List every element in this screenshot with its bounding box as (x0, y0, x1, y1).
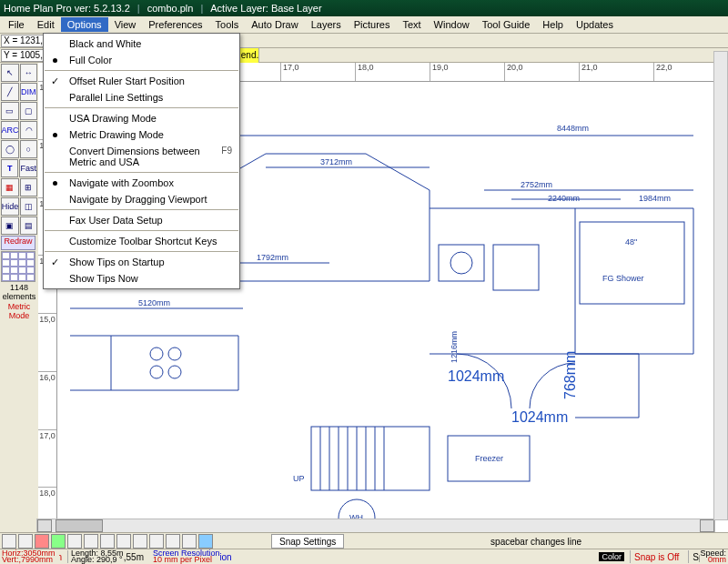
radio-dot-icon (53, 133, 57, 137)
menu-separator (45, 172, 238, 173)
menu-tool-guide[interactable]: Tool Guide (476, 17, 537, 32)
scroll-thumb[interactable] (56, 519, 103, 532)
ruler-tick: 16,0 (38, 371, 56, 429)
svg-point-3 (168, 366, 181, 378)
menu-item-full-color[interactable]: Full Color (44, 52, 239, 68)
bb-icon[interactable] (2, 534, 16, 549)
dim-1216: 1216mm (450, 331, 459, 363)
title-bar: Home Plan Pro ver: 5.2.13.2 | combo.pln … (0, 0, 728, 16)
menu-item-usa-drawing-mode[interactable]: USA Drawing Mode (44, 110, 239, 126)
status-snap: Snap is Off (634, 552, 679, 562)
file-name: combo.pln (147, 3, 194, 14)
scroll-left-arrow[interactable] (37, 519, 52, 532)
element-count: 1148 elements (1, 283, 37, 301)
box-tool[interactable]: ▢ (20, 102, 38, 120)
hide-tool[interactable]: Hide (1, 197, 19, 216)
check-icon: ✓ (51, 76, 59, 87)
status-angle: Angle: 290,9 ° (71, 557, 124, 563)
bb-icon[interactable] (166, 534, 180, 549)
bb-icon[interactable] (51, 534, 66, 549)
menu-item-offset-ruler-start-position[interactable]: Offset Ruler Start Position✓ (44, 73, 239, 89)
menu-item-metric-drawing-mode[interactable]: Metric Drawing Mode (44, 126, 239, 143)
bb-icon[interactable] (35, 534, 49, 549)
spacebar-hint: spacebar changes line (346, 537, 726, 547)
layer-label: Active Layer: (210, 3, 268, 14)
menu-layers[interactable]: Layers (305, 17, 348, 32)
bb-icon[interactable] (67, 534, 82, 549)
guide-tool[interactable]: ◫ (20, 197, 37, 216)
rect-tool[interactable]: ▭ (1, 102, 19, 120)
dim-tool[interactable]: DIM (20, 83, 38, 101)
menu-item-fax-user-data-setup[interactable]: Fax User Data Setup (44, 212, 239, 228)
bb-icon[interactable] (182, 534, 197, 549)
color-button[interactable]: Color (599, 552, 624, 561)
menu-auto-draw[interactable]: Auto Draw (245, 17, 304, 32)
grid-picker[interactable] (1, 251, 35, 282)
bb-icon[interactable] (18, 534, 33, 549)
crop-tool[interactable]: ▣ (1, 217, 19, 235)
menu-item-customize-toolbar-shortcut-keys[interactable]: Customize Toolbar Shortcut Keys (44, 233, 239, 249)
arc-tool[interactable]: ARC (1, 121, 19, 139)
text-tool[interactable]: T (1, 159, 18, 177)
pan-tool[interactable]: ↔ (20, 64, 38, 82)
mode-label: Metric Mode (1, 302, 37, 320)
menu-text[interactable]: Text (396, 17, 427, 32)
menu-item-navigate-by-dragging-viewport[interactable]: Navigate by Dragging Viewport (44, 191, 239, 207)
layer-tool[interactable]: ▤ (20, 217, 38, 235)
menu-window[interactable]: Window (428, 17, 476, 32)
menu-item-show-tips-on-startup[interactable]: Show Tips on Startup✓ (44, 254, 239, 270)
dim-1984: 1984mm (639, 194, 671, 203)
ellipse-tool[interactable]: ◯ (1, 140, 19, 158)
radio-dot-icon (53, 181, 57, 186)
menu-separator (45, 209, 238, 210)
dim-2752: 2752mm (521, 180, 552, 189)
active-layer: Base Layer (271, 3, 322, 14)
menu-file[interactable]: File (2, 17, 31, 32)
menu-help[interactable]: Help (536, 17, 570, 32)
menu-pictures[interactable]: Pictures (348, 17, 397, 32)
menu-separator (45, 70, 238, 71)
menu-item-navigate-with-zoombox[interactable]: Navigate with Zoombox (44, 175, 239, 191)
svg-point-0 (150, 347, 163, 360)
dim-768: 768mm (562, 351, 578, 399)
dim-3712: 3712mm (320, 157, 352, 166)
vertical-scrollbar[interactable] (713, 51, 728, 520)
status-vert: Vert:,7990mm (2, 557, 56, 563)
label-freezer: Freezer (475, 454, 503, 463)
svg-point-5 (450, 252, 472, 274)
circle-tool[interactable]: ○ (20, 140, 38, 158)
menu-view[interactable]: View (108, 17, 143, 32)
bb-icon[interactable] (133, 534, 147, 549)
menu-preferences[interactable]: Preferences (142, 17, 208, 32)
bb-icon[interactable] (198, 534, 213, 549)
bottom-toolbar: Snap Settings spacebar changes line (0, 532, 728, 549)
menu-updates[interactable]: Updates (570, 17, 620, 32)
clone-tool[interactable]: ⊞ (20, 178, 38, 196)
line-tool[interactable]: ╱ (1, 83, 19, 101)
snap-settings-button[interactable]: Snap Settings (271, 534, 344, 549)
ruler-tick: 17,0 (38, 429, 56, 488)
menu-item-parallel-line-settings[interactable]: Parallel Line Settings (44, 89, 239, 106)
svg-rect-7 (580, 222, 684, 304)
bb-icon[interactable] (84, 534, 98, 549)
symbol-tool[interactable]: ▦ (1, 178, 19, 196)
horizontal-scrollbar[interactable] (36, 519, 715, 533)
fast-tool[interactable]: Fast (19, 159, 37, 177)
bb-icon[interactable] (116, 534, 131, 549)
select-tool[interactable]: ↖ (1, 64, 19, 82)
menu-item-black-and-white[interactable]: Black and White (44, 35, 239, 52)
ruler-tick: 20,0 (504, 63, 579, 81)
menu-item-show-tips-now[interactable]: Show Tips Now (44, 270, 239, 287)
curve-tool[interactable]: ◠ (20, 121, 37, 139)
scroll-right-arrow[interactable] (700, 519, 714, 532)
menu-options[interactable]: Options (61, 17, 108, 32)
status-res-val: 10 mm per Pixel (153, 557, 220, 563)
ruler-tick: 18,0 (355, 63, 430, 81)
bb-icon[interactable] (149, 534, 164, 549)
menu-tools[interactable]: Tools (209, 17, 246, 32)
label-shower: FG Shower (602, 274, 644, 283)
menu-item-convert-dimensions-between-metric-and-usa[interactable]: Convert Dimensions between Metric and US… (44, 143, 239, 170)
redraw-button[interactable]: Redraw (1, 236, 35, 250)
bb-icon[interactable] (100, 534, 115, 549)
menu-edit[interactable]: Edit (31, 17, 61, 32)
